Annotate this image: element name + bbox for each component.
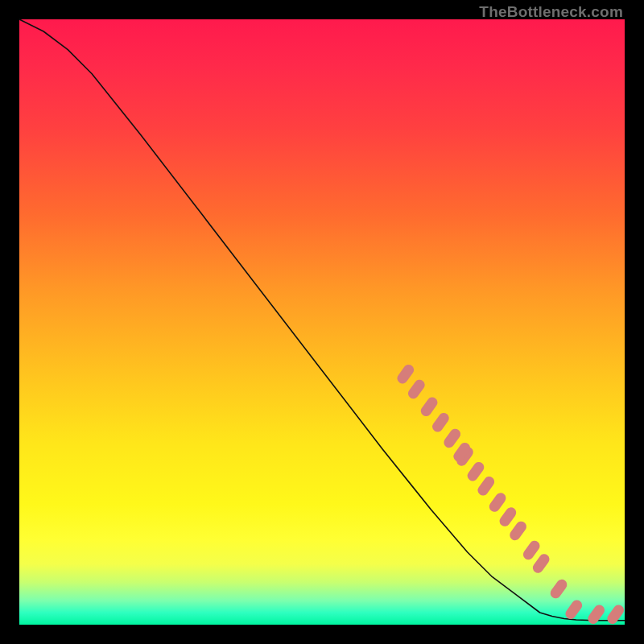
svg-rect-2	[419, 395, 440, 419]
svg-rect-17	[605, 603, 626, 626]
highlight-marker	[442, 427, 463, 450]
highlight-marker	[487, 491, 508, 514]
svg-rect-16	[586, 603, 607, 626]
svg-rect-4	[442, 427, 463, 450]
highlight-marker	[586, 603, 607, 626]
highlight-marker	[395, 362, 416, 386]
svg-rect-11	[508, 519, 529, 543]
chart-frame: TheBottleneck.com	[0, 0, 644, 644]
highlight-marker	[431, 411, 452, 434]
svg-rect-15	[564, 598, 584, 621]
svg-rect-14	[548, 577, 569, 601]
svg-rect-3	[431, 411, 452, 434]
chart-svg	[19, 19, 625, 625]
highlight-marker	[508, 519, 529, 543]
svg-rect-6	[465, 460, 486, 483]
bottleneck-curve-line	[19, 19, 625, 621]
highlight-marker	[497, 506, 518, 529]
highlight-marker	[406, 378, 427, 401]
highlight-marker	[465, 460, 486, 483]
highlight-marker	[476, 474, 497, 497]
svg-rect-7	[476, 474, 497, 497]
svg-rect-0	[395, 362, 416, 386]
svg-rect-1	[406, 378, 427, 401]
svg-rect-10	[487, 491, 508, 514]
highlight-marker	[419, 395, 440, 419]
highlight-marker	[548, 577, 569, 601]
highlight-marker-group	[395, 362, 626, 625]
highlight-marker	[605, 603, 626, 626]
watermark-text: TheBottleneck.com	[479, 3, 623, 21]
highlight-marker	[564, 598, 584, 621]
svg-rect-8	[497, 506, 518, 529]
